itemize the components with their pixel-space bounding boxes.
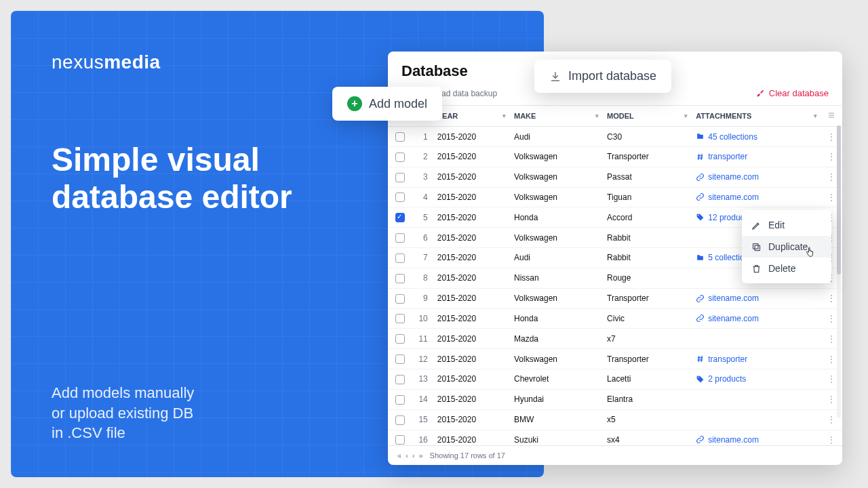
- row-checkbox[interactable]: [395, 132, 405, 142]
- row-checkbox[interactable]: [395, 395, 405, 405]
- context-duplicate[interactable]: Duplicate: [742, 236, 831, 258]
- context-edit[interactable]: Edit: [742, 214, 831, 236]
- row-menu-button[interactable]: ⋮: [827, 152, 835, 161]
- row-menu-button[interactable]: ⋮: [827, 354, 835, 364]
- cell-make: Mazda: [510, 329, 603, 349]
- cell-year: 2015-2020: [433, 248, 510, 268]
- cell-make: Honda: [510, 207, 603, 228]
- cell-model: Rabbit: [603, 228, 692, 248]
- row-checkbox[interactable]: [395, 152, 405, 162]
- context-edit-label: Edit: [768, 220, 785, 230]
- row-menu-button[interactable]: ⋮: [827, 132, 835, 142]
- row-index: 12: [412, 349, 433, 369]
- import-database-label: Import database: [568, 69, 656, 83]
- column-model[interactable]: MODEL▾: [603, 106, 692, 127]
- table-row[interactable]: 132015-2020ChevroletLacetti2 products⋮: [388, 369, 842, 390]
- cell-attachments[interactable]: [692, 409, 821, 430]
- cell-attachments[interactable]: 45 collections: [692, 127, 821, 147]
- row-menu-button[interactable]: ⋮: [827, 435, 835, 445]
- row-checkbox[interactable]: [395, 415, 405, 425]
- svg-rect-19: [753, 243, 759, 249]
- row-index: 15: [412, 409, 433, 430]
- pager-next[interactable]: ›: [412, 451, 415, 460]
- table-row[interactable]: 92015-2020VolkswagenTransportersitename.…: [388, 288, 842, 308]
- context-delete[interactable]: Delete: [742, 258, 831, 279]
- table-row[interactable]: 112015-2020Mazdax7⋮: [388, 329, 842, 349]
- column-make[interactable]: MAKE▾: [510, 106, 603, 127]
- cell-attachments[interactable]: sitename.com: [692, 288, 821, 308]
- column-settings[interactable]: [821, 106, 842, 127]
- column-year[interactable]: YEAR▾: [433, 106, 510, 127]
- pager-first[interactable]: «: [397, 451, 401, 460]
- row-menu-button[interactable]: ⋮: [827, 293, 835, 303]
- import-database-button[interactable]: Import database: [534, 60, 671, 93]
- cell-model: x5: [603, 409, 692, 430]
- cell-model: Transporter: [603, 349, 692, 369]
- cell-attachments[interactable]: sitename.com: [692, 308, 821, 329]
- row-index: 7: [412, 248, 433, 268]
- cell-attachments[interactable]: [692, 329, 821, 349]
- row-menu-button[interactable]: ⋮: [827, 314, 835, 323]
- row-checkbox[interactable]: [395, 233, 405, 243]
- row-menu-button[interactable]: ⋮: [827, 172, 835, 182]
- cell-attachments[interactable]: sitename.com: [692, 187, 821, 207]
- attachment-label: sitename.com: [708, 192, 759, 202]
- row-checkbox[interactable]: [395, 314, 405, 323]
- scrollbar[interactable]: [837, 125, 841, 418]
- row-context-menu: Edit Duplicate Delete: [742, 210, 831, 283]
- cell-attachments[interactable]: sitename.com: [692, 167, 821, 187]
- table-row[interactable]: 152015-2020BMWx5⋮: [388, 409, 842, 430]
- row-index: 3: [412, 167, 433, 187]
- row-index: 9: [412, 288, 433, 308]
- row-index: 4: [412, 187, 433, 207]
- row-menu-button[interactable]: ⋮: [827, 394, 835, 404]
- table-row[interactable]: 12015-2020AudiC3045 collections⋮: [388, 127, 842, 147]
- cell-year: 2015-2020: [433, 207, 510, 228]
- row-menu-button[interactable]: ⋮: [827, 334, 835, 344]
- row-checkbox[interactable]: [395, 294, 405, 304]
- clear-database-button[interactable]: Clear database: [755, 88, 829, 98]
- cell-attachments[interactable]: transporter: [692, 349, 821, 369]
- row-checkbox[interactable]: [395, 435, 405, 445]
- row-index: 11: [412, 329, 433, 349]
- cell-make: Nissan: [510, 268, 603, 288]
- svg-line-9: [698, 154, 699, 160]
- cell-attachments[interactable]: [692, 389, 821, 409]
- row-checkbox[interactable]: [395, 354, 405, 364]
- table-row[interactable]: 22015-2020VolkswagenTransportertransport…: [388, 146, 842, 167]
- table-row[interactable]: 122015-2020VolkswagenTransportertranspor…: [388, 349, 842, 369]
- cell-model: Rouge: [603, 268, 692, 288]
- scroll-thumb[interactable]: [837, 125, 841, 274]
- pager-prev[interactable]: ‹: [406, 451, 408, 460]
- row-checkbox[interactable]: [395, 274, 405, 283]
- cell-attachments[interactable]: sitename.com: [692, 430, 821, 445]
- cell-make: Volkswagen: [510, 146, 603, 167]
- table-row[interactable]: 162015-2020Suzukisx4sitename.com⋮: [388, 430, 842, 445]
- add-model-button[interactable]: + Add model: [332, 87, 442, 121]
- row-index: 10: [412, 308, 433, 329]
- row-menu-button[interactable]: ⋮: [827, 415, 835, 424]
- row-menu-button[interactable]: ⋮: [827, 192, 835, 202]
- cell-attachments[interactable]: 2 products: [692, 369, 821, 390]
- sort-caret-icon: ▾: [814, 113, 817, 119]
- column-attachments-label: ATTACHMENTS: [696, 112, 751, 120]
- hand-cursor-icon: [806, 245, 818, 260]
- pager-last[interactable]: »: [418, 451, 422, 460]
- row-menu-button[interactable]: ⋮: [827, 374, 835, 384]
- row-checkbox[interactable]: [395, 192, 405, 202]
- cell-year: 2015-2020: [433, 369, 510, 390]
- cell-make: Volkswagen: [510, 288, 603, 308]
- table-row[interactable]: 32015-2020VolkswagenPassatsitename.com⋮: [388, 167, 842, 187]
- table-row[interactable]: 142015-2020HyundaiElantra⋮: [388, 389, 842, 409]
- table-row[interactable]: 42015-2020VolkswagenTiguansitename.com⋮: [388, 187, 842, 207]
- table-row[interactable]: 102015-2020HondaCivicsitename.com⋮: [388, 308, 842, 329]
- cell-year: 2015-2020: [433, 187, 510, 207]
- row-checkbox[interactable]: [395, 375, 405, 384]
- cell-attachments[interactable]: transporter: [692, 146, 821, 167]
- brand-light: nexus: [52, 52, 104, 73]
- row-checkbox[interactable]: [395, 213, 405, 222]
- row-checkbox[interactable]: [395, 334, 405, 344]
- row-checkbox[interactable]: [395, 173, 405, 182]
- row-checkbox[interactable]: [395, 253, 405, 263]
- column-attachments[interactable]: ATTACHMENTS▾: [692, 106, 821, 127]
